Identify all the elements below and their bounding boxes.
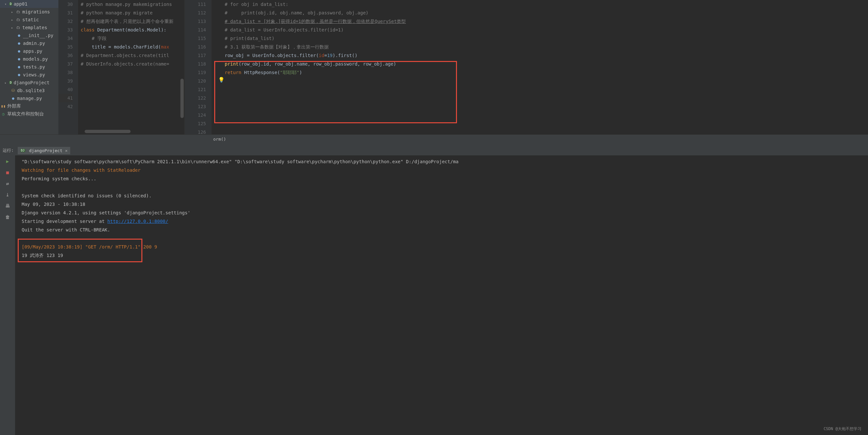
python-file-icon: ● — [17, 57, 22, 61]
python-file-icon: ● — [17, 49, 22, 54]
tree-tests[interactable]: tests.py — [23, 64, 45, 69]
python-file-icon: ● — [17, 41, 22, 45]
python-file-icon: ● — [17, 33, 22, 38]
watermark: CSDN @大炮不想学习 — [824, 425, 862, 433]
run-tab-bar: 运行: DJ djangoProject× — [0, 145, 868, 155]
stop-button[interactable]: ■ — [4, 169, 11, 176]
breadcrumb[interactable]: orm() — [0, 134, 868, 143]
run-label: 运行: — [3, 147, 14, 154]
scratch-icon: ◷ — [1, 112, 6, 116]
tree-extlib[interactable]: 外部库 — [7, 103, 21, 109]
python-file-icon: ● — [10, 96, 16, 101]
soft-wrap-button[interactable]: ⇄ — [4, 180, 11, 187]
vertical-scrollbar[interactable] — [180, 79, 184, 118]
folder-icon: 🗀 — [16, 25, 21, 30]
library-icon: ▮▮ — [1, 104, 6, 108]
django-app-icon: D — [9, 2, 12, 6]
editor-right-pane[interactable]: 💡 # for obj in data_list:# print(obj.id,… — [212, 0, 868, 134]
django-app-icon: D — [9, 81, 12, 84]
tree-djangoproject[interactable]: djangoProject — [13, 80, 50, 85]
project-tree[interactable]: ▾Dapp01 ▸🗀migrations ▸🗀static ▸🗀template… — [0, 0, 58, 134]
horizontal-scrollbar[interactable] — [85, 130, 130, 133]
gutter-mid: 1111121131141151161171181191201211221231… — [185, 0, 211, 134]
run-config-tab[interactable]: DJ djangoProject× — [18, 147, 70, 155]
print-button[interactable]: 🖶 — [4, 203, 11, 209]
run-toolbar: ▶ ■ ⇄ ⤓ 🖶 🗑 — [0, 155, 15, 435]
python-file-icon: ● — [17, 65, 22, 69]
folder-icon: 🗀 — [16, 18, 21, 22]
close-icon[interactable]: × — [65, 148, 68, 153]
tree-admin[interactable]: admin.py — [23, 41, 45, 46]
tree-db[interactable]: db.sqlite3 — [17, 88, 44, 93]
tree-static[interactable]: static — [22, 17, 39, 22]
scroll-to-end-button[interactable]: ⤓ — [4, 192, 11, 198]
annotation-box-console — [18, 239, 143, 262]
gutter-left: 30313233343536373839404142 — [58, 0, 78, 134]
python-file-icon: ● — [17, 72, 22, 77]
annotation-box-code — [214, 61, 457, 123]
editor-mid-gutter: 1111121131141151161171181191201211221231… — [185, 0, 212, 134]
django-app-icon: DJ — [20, 149, 25, 152]
tree-models[interactable]: models.py — [23, 56, 48, 62]
database-icon: ⛁ — [10, 88, 16, 93]
tree-apps[interactable]: apps.py — [23, 48, 42, 54]
rerun-button[interactable]: ▶ — [4, 158, 11, 165]
folder-icon: 🗀 — [16, 9, 21, 14]
tree-app01[interactable]: app01 — [13, 1, 27, 6]
console-output[interactable]: "D:\software\study software\pycharm\soft… — [15, 155, 868, 435]
tree-templates[interactable]: templates — [22, 25, 47, 30]
tree-scratch[interactable]: 草稿文件和控制台 — [7, 111, 44, 117]
tree-init[interactable]: __init__.py — [23, 33, 54, 38]
server-url-link[interactable]: http://127.0.0.1:8000/ — [107, 219, 168, 224]
tree-migrations[interactable]: migrations — [22, 9, 50, 14]
code-left[interactable]: # python manage.py makemigrations# pytho… — [78, 0, 184, 134]
tree-views[interactable]: views.py — [23, 72, 45, 77]
clear-button[interactable]: 🗑 — [4, 214, 11, 220]
tree-manage[interactable]: manage.py — [17, 96, 42, 101]
editor-left-pane[interactable]: 30313233343536373839404142 # python mana… — [58, 0, 185, 134]
